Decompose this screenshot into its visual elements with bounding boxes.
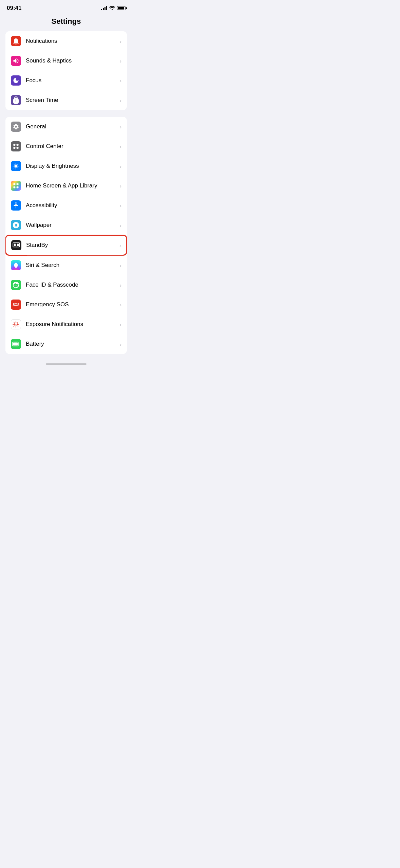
faceid-chevron: › bbox=[120, 282, 121, 288]
wallpaper-chevron: › bbox=[120, 222, 121, 228]
exposure-label: Exposure Notifications bbox=[26, 321, 120, 328]
sounds-chevron: › bbox=[120, 58, 121, 64]
standby-chevron: › bbox=[119, 242, 121, 248]
display-icon bbox=[11, 161, 21, 171]
siri-icon bbox=[11, 260, 21, 270]
sounds-icon bbox=[11, 56, 21, 66]
accessibility-icon bbox=[11, 200, 21, 211]
display-label: Display & Brightness bbox=[26, 163, 120, 169]
wallpaper-icon bbox=[11, 220, 21, 230]
siri-label: Siri & Search bbox=[26, 262, 120, 269]
svg-rect-1 bbox=[17, 144, 19, 146]
row-focus[interactable]: Focus › bbox=[5, 71, 127, 90]
signal-icon bbox=[101, 6, 107, 10]
notifications-icon bbox=[11, 36, 21, 46]
general-label: General bbox=[26, 123, 120, 130]
screentime-label: Screen Time bbox=[26, 97, 120, 104]
focus-icon bbox=[11, 75, 21, 86]
faceid-label: Face ID & Passcode bbox=[26, 282, 120, 288]
row-standby[interactable]: StandBy › bbox=[6, 235, 127, 255]
row-emergencysos[interactable]: SOS Emergency SOS › bbox=[5, 295, 127, 314]
accessibility-chevron: › bbox=[120, 203, 121, 209]
controlcenter-icon bbox=[11, 141, 21, 151]
row-battery[interactable]: Battery › bbox=[5, 334, 127, 354]
focus-label: Focus bbox=[26, 77, 120, 84]
svg-rect-5 bbox=[17, 183, 19, 185]
general-chevron: › bbox=[120, 124, 121, 130]
svg-rect-26 bbox=[13, 343, 18, 346]
svg-point-16 bbox=[16, 324, 17, 325]
svg-line-24 bbox=[18, 322, 18, 323]
row-homescreen[interactable]: Home Screen & App Library › bbox=[5, 176, 127, 196]
svg-rect-2 bbox=[14, 147, 16, 149]
svg-line-22 bbox=[18, 326, 18, 327]
faceid-icon bbox=[11, 280, 21, 290]
row-siri[interactable]: Siri & Search › bbox=[5, 255, 127, 275]
notifications-label: Notifications bbox=[26, 38, 120, 44]
home-indicator bbox=[0, 361, 132, 369]
notifications-chevron: › bbox=[120, 38, 121, 44]
svg-point-8 bbox=[15, 202, 17, 204]
screentime-chevron: › bbox=[120, 97, 121, 103]
battery-label: Battery bbox=[26, 341, 120, 347]
row-controlcenter[interactable]: Control Center › bbox=[5, 137, 127, 156]
row-screentime[interactable]: Screen Time › bbox=[5, 90, 127, 110]
svg-line-23 bbox=[14, 326, 15, 327]
row-exposure[interactable]: Exposure Notifications › bbox=[5, 314, 127, 334]
battery-icon bbox=[11, 339, 21, 349]
standby-label: StandBy bbox=[26, 242, 119, 249]
row-sounds[interactable]: Sounds & Haptics › bbox=[5, 51, 127, 71]
svg-point-13 bbox=[16, 247, 17, 247]
exposure-chevron: › bbox=[120, 322, 121, 327]
battery-chevron: › bbox=[120, 341, 121, 347]
svg-line-21 bbox=[14, 322, 15, 323]
homescreen-label: Home Screen & App Library bbox=[26, 182, 120, 189]
exposure-icon bbox=[11, 319, 21, 329]
controlcenter-chevron: › bbox=[120, 144, 121, 149]
svg-point-14 bbox=[14, 263, 18, 268]
general-icon bbox=[11, 122, 21, 132]
svg-rect-0 bbox=[14, 144, 16, 146]
emergencysos-icon: SOS bbox=[11, 300, 21, 310]
sounds-label: Sounds & Haptics bbox=[26, 57, 120, 64]
row-notifications[interactable]: Notifications › bbox=[5, 31, 127, 51]
row-faceid[interactable]: Face ID & Passcode › bbox=[5, 275, 127, 295]
svg-rect-6 bbox=[14, 186, 16, 188]
homescreen-icon bbox=[11, 181, 21, 191]
row-general[interactable]: General › bbox=[5, 117, 127, 137]
wallpaper-label: Wallpaper bbox=[26, 222, 120, 229]
accessibility-label: Accessibility bbox=[26, 202, 120, 209]
emergencysos-label: Emergency SOS bbox=[26, 301, 120, 308]
status-time: 09:41 bbox=[7, 5, 21, 12]
svg-point-12 bbox=[15, 247, 16, 247]
focus-chevron: › bbox=[120, 78, 121, 84]
status-icons bbox=[101, 5, 126, 11]
wifi-icon bbox=[109, 5, 115, 11]
svg-rect-11 bbox=[17, 244, 19, 246]
screentime-icon bbox=[11, 95, 21, 105]
display-chevron: › bbox=[120, 163, 121, 169]
row-wallpaper[interactable]: Wallpaper › bbox=[5, 215, 127, 235]
battery-status-icon bbox=[117, 6, 126, 10]
svg-rect-10 bbox=[14, 244, 16, 246]
svg-rect-3 bbox=[17, 147, 19, 149]
emergencysos-chevron: › bbox=[120, 302, 121, 308]
page-title: Settings bbox=[0, 14, 132, 31]
row-accessibility[interactable]: Accessibility › bbox=[5, 196, 127, 215]
svg-rect-7 bbox=[17, 186, 19, 188]
siri-chevron: › bbox=[120, 263, 121, 268]
svg-rect-4 bbox=[14, 183, 16, 185]
standby-icon bbox=[11, 240, 21, 250]
homescreen-chevron: › bbox=[120, 183, 121, 189]
svg-rect-27 bbox=[19, 343, 19, 345]
settings-group-1: Notifications › Sounds & Haptics › Focus… bbox=[5, 31, 127, 110]
row-display[interactable]: Display & Brightness › bbox=[5, 156, 127, 176]
status-bar: 09:41 bbox=[0, 0, 132, 14]
controlcenter-label: Control Center bbox=[26, 143, 120, 150]
settings-group-2: General › Control Center › Display & Bri… bbox=[5, 117, 127, 354]
